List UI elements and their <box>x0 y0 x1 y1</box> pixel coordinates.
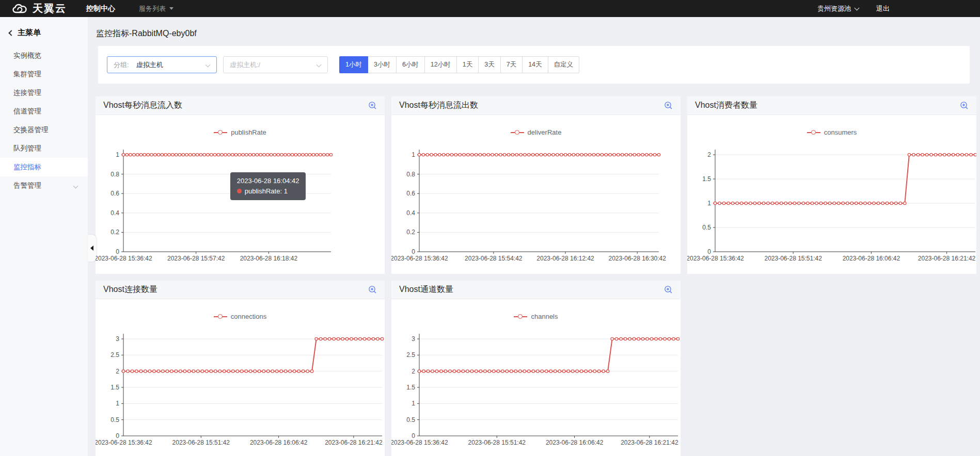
legend-series-label: connections <box>231 313 266 320</box>
chevron-down-icon <box>855 5 860 10</box>
zoom-in-icon[interactable] <box>664 285 673 294</box>
time-range-button[interactable]: 3天 <box>478 56 500 73</box>
region-selector[interactable]: 贵州资源池 <box>817 4 859 13</box>
legend-line-marker-icon <box>514 314 527 319</box>
chart-card: Vhost每秒消息流入数publishRate10.80.60.40.20202… <box>96 96 385 274</box>
svg-text:2023-06-28 15:54:42: 2023-06-28 15:54:42 <box>465 255 523 262</box>
sidebar-item-exchange-management[interactable]: 交换器管理 <box>0 121 88 139</box>
svg-text:2.5: 2.5 <box>406 351 415 359</box>
chart-plot: 10.80.60.40.202023-06-28 15:36:422023-06… <box>391 115 681 273</box>
chart-canvas[interactable]: publishRate10.80.60.40.202023-06-28 15:3… <box>96 115 385 273</box>
svg-text:2023-06-28 15:57:42: 2023-06-28 15:57:42 <box>167 255 225 262</box>
chart-canvas[interactable]: deliverRate10.80.60.40.202023-06-28 15:3… <box>391 115 681 273</box>
sidebar-item-label: 交换器管理 <box>13 126 49 134</box>
sidebar-back-main-menu[interactable]: 主菜单 <box>0 17 88 46</box>
time-range-button[interactable]: 自定义 <box>548 56 580 73</box>
chart-title: Vhost每秒消息流出数 <box>399 100 478 111</box>
time-range-button[interactable]: 7天 <box>500 56 523 73</box>
sidebar-menu: 实例概览集群管理连接管理信道管理交换器管理队列管理监控指标告警管理 <box>0 46 88 195</box>
zoom-in-icon[interactable] <box>368 285 377 294</box>
chart-canvas[interactable]: channels32.521.510.502023-06-28 15:36:42… <box>391 299 681 456</box>
svg-text:0.2: 0.2 <box>110 229 119 236</box>
sidebar-item-cluster-management[interactable]: 集群管理 <box>0 65 88 84</box>
svg-text:2023-06-28 16:18:42: 2023-06-28 16:18:42 <box>240 255 298 262</box>
sidebar-item-label: 集群管理 <box>13 70 41 78</box>
chart-legend[interactable]: publishRate <box>96 128 385 136</box>
svg-text:2023-06-28 15:36:42: 2023-06-28 15:36:42 <box>687 255 744 262</box>
sidebar-item-label: 队列管理 <box>13 144 41 152</box>
svg-text:1.5: 1.5 <box>406 384 415 391</box>
logout-button[interactable]: 退出 <box>876 4 890 13</box>
brand-logo[interactable]: 天翼云 <box>12 2 67 15</box>
service-list-menu[interactable]: 服务列表 <box>139 4 173 13</box>
chart-legend[interactable]: connections <box>96 313 385 320</box>
chart-title: Vhost通道数量 <box>399 284 453 295</box>
cloud-logo-icon <box>12 4 28 14</box>
sidebar-item-instance-overview[interactable]: 实例概览 <box>0 46 88 65</box>
time-range-button[interactable]: 1小时 <box>339 56 368 73</box>
time-range-button[interactable]: 12小时 <box>424 56 457 73</box>
sidebar-item-queue-management[interactable]: 队列管理 <box>0 139 88 158</box>
vhost-select[interactable]: 虚拟主机:/ <box>223 56 328 73</box>
svg-text:3: 3 <box>412 335 415 343</box>
svg-text:2023-06-28 15:51:42: 2023-06-28 15:51:42 <box>172 439 230 446</box>
chart-title: Vhost消费者数量 <box>695 100 757 111</box>
chevron-left-icon <box>8 30 14 36</box>
sidebar-item-label: 监控指标 <box>13 163 41 171</box>
caret-down-icon <box>169 7 173 10</box>
chevron-down-icon <box>73 184 78 189</box>
legend-series-label: channels <box>531 313 558 320</box>
sidebar-item-monitor-metrics[interactable]: 监控指标 <box>0 158 88 176</box>
chart-legend[interactable]: consumers <box>687 128 976 136</box>
time-range-button[interactable]: 14天 <box>522 56 548 73</box>
legend-series-label: consumers <box>824 128 857 136</box>
svg-text:2023-06-28 16:12:42: 2023-06-28 16:12:42 <box>536 255 594 262</box>
legend-line-marker-icon <box>807 130 820 135</box>
svg-text:2023-06-28 15:36:42: 2023-06-28 15:36:42 <box>96 439 152 446</box>
time-range-group: 1小时3小时6小时12小时1天3天7天14天自定义 <box>339 56 579 73</box>
svg-text:2: 2 <box>707 151 711 158</box>
chevron-down-icon <box>317 62 322 68</box>
sidebar-item-label: 信道管理 <box>13 107 41 115</box>
zoom-in-icon[interactable] <box>960 101 969 110</box>
console-center-link[interactable]: 控制中心 <box>86 4 115 13</box>
svg-text:2023-06-28 15:51:42: 2023-06-28 15:51:42 <box>468 439 526 446</box>
chart-legend[interactable]: deliverRate <box>391 128 681 136</box>
chart-plot: 10.80.60.40.202023-06-28 15:36:422023-06… <box>96 115 385 273</box>
chart-legend[interactable]: channels <box>391 313 681 320</box>
chart-plot: 21.510.502023-06-28 15:36:422023-06-28 1… <box>687 115 976 273</box>
group-select-value: 虚拟主机 <box>136 60 163 70</box>
chart-card-header: Vhost每秒消息流出数 <box>391 96 681 115</box>
page-title: 监控指标-RabbitMQ-eby0bf <box>96 17 970 39</box>
time-range-button[interactable]: 6小时 <box>396 56 425 73</box>
chart-card: Vhost连接数量connections32.521.510.502023-06… <box>96 281 385 456</box>
chart-canvas[interactable]: consumers21.510.502023-06-28 15:36:42202… <box>687 115 976 273</box>
collapse-arrow-icon <box>90 246 93 251</box>
chart-canvas[interactable]: connections32.521.510.502023-06-28 15:36… <box>96 299 385 456</box>
svg-text:1: 1 <box>412 400 415 407</box>
svg-text:1: 1 <box>116 151 119 158</box>
legend-series-label: deliverRate <box>528 128 562 136</box>
sidebar-item-label: 告警管理 <box>13 182 41 189</box>
svg-text:0: 0 <box>412 432 415 439</box>
group-select[interactable]: 分组: 虚拟主机 <box>107 56 217 73</box>
sidebar-collapse-handle[interactable] <box>88 235 96 262</box>
legend-line-marker-icon <box>214 130 227 135</box>
chart-title: Vhost每秒消息流入数 <box>103 100 182 111</box>
sidebar-item-alarm-management[interactable]: 告警管理 <box>0 176 88 195</box>
sidebar-item-label: 实例概览 <box>13 52 41 59</box>
zoom-in-icon[interactable] <box>664 101 673 110</box>
chart-card: Vhost消费者数量consumers21.510.502023-06-28 1… <box>687 96 976 274</box>
time-range-button[interactable]: 1天 <box>456 56 479 73</box>
chart-card: Vhost每秒消息流出数deliverRate10.80.60.40.20202… <box>391 96 681 274</box>
sidebar-item-channel-management[interactable]: 信道管理 <box>0 102 88 121</box>
legend-line-marker-icon <box>214 314 227 319</box>
zoom-in-icon[interactable] <box>368 101 377 110</box>
filter-panel: 分组: 虚拟主机 虚拟主机:/ 1小时3小时6小时12小时1天3天7天14天自定… <box>98 46 970 84</box>
sidebar-item-connection-management[interactable]: 连接管理 <box>0 84 88 102</box>
chart-title: Vhost连接数量 <box>103 284 157 295</box>
svg-text:2023-06-28 16:06:42: 2023-06-28 16:06:42 <box>546 439 604 446</box>
group-select-label: 分组: <box>114 60 129 70</box>
chart-card: Vhost通道数量channels32.521.510.502023-06-28… <box>391 281 681 456</box>
time-range-button[interactable]: 3小时 <box>368 56 397 73</box>
